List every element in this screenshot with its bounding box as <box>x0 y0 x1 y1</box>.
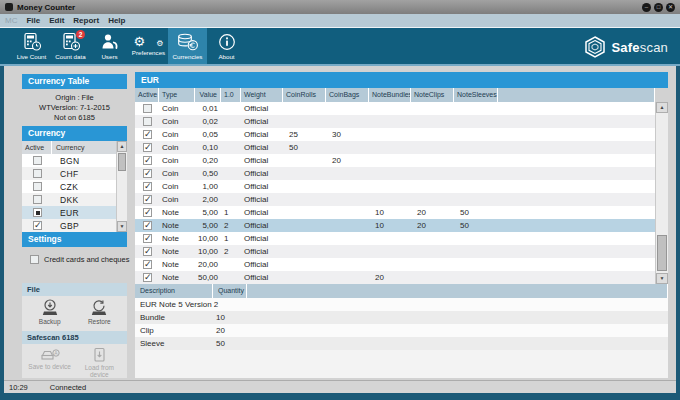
cell-type: Coin <box>159 182 195 191</box>
row-checkbox[interactable] <box>143 195 152 204</box>
row-checkbox[interactable] <box>143 169 152 178</box>
cell-value: 5,00 <box>195 221 221 230</box>
currency-row[interactable]: GBP <box>22 219 127 232</box>
currency-checkbox[interactable] <box>33 169 42 178</box>
cell-weight: Official <box>241 169 283 178</box>
row-checkbox[interactable] <box>143 208 152 217</box>
menu-item-file[interactable]: File <box>26 16 40 25</box>
eur-table-row[interactable]: Note10,002Official <box>135 245 655 258</box>
eur-panel-header: EUR <box>135 72 668 88</box>
scrollbar-thumb[interactable] <box>657 235 667 271</box>
cell-type: Note <box>159 273 195 282</box>
cell-weight: Official <box>241 182 283 191</box>
cell-active <box>135 104 159 113</box>
cell-type: Coin <box>159 130 195 139</box>
row-checkbox[interactable] <box>143 182 152 191</box>
currency-checkbox[interactable] <box>33 195 42 204</box>
scroll-up-icon[interactable]: ▲ <box>117 141 127 152</box>
currency-row[interactable]: CHF <box>22 167 127 180</box>
currency-checkbox[interactable] <box>33 156 42 165</box>
currency-checkbox[interactable] <box>33 208 42 217</box>
toolbar-button-count-data[interactable]: Count data 2 <box>51 28 90 64</box>
row-checkbox[interactable] <box>143 156 152 165</box>
eur-table-row[interactable]: Coin0,01Official <box>135 102 655 115</box>
credit-cards-checkbox[interactable] <box>30 255 39 264</box>
row-checkbox[interactable] <box>143 117 152 126</box>
eur-table-row[interactable]: Coin0,20Official20 <box>135 154 655 167</box>
row-checkbox[interactable] <box>143 221 152 230</box>
cell-ver: 1 <box>221 234 241 243</box>
backup-button[interactable]: Backup <box>28 299 72 325</box>
cell-value: 0,20 <box>195 156 221 165</box>
close-icon[interactable]: ✕ <box>666 3 675 12</box>
row-checkbox[interactable] <box>143 130 152 139</box>
restore-label: Restore <box>88 318 111 325</box>
eur-table-row[interactable]: Note50,00Official20 <box>135 271 655 284</box>
cell-value: 0,10 <box>195 143 221 152</box>
scrollbar-thumb[interactable] <box>118 153 126 171</box>
currency-row[interactable]: DKK <box>22 193 127 206</box>
save-to-device-button[interactable]: A Save to device <box>28 347 72 370</box>
credit-cards-label: Credit cards and cheques <box>44 255 129 264</box>
status-bar: 10:29 Connected <box>4 380 676 393</box>
toolbar-button-preferences[interactable]: ⚙⚙ Preferences <box>129 28 168 64</box>
title-bar: Money Counter – □ ✕ <box>0 0 680 14</box>
restore-button[interactable]: Restore <box>77 299 121 325</box>
row-checkbox[interactable] <box>143 143 152 152</box>
menu-item-report[interactable]: Report <box>73 16 99 25</box>
cell-type: Coin <box>159 156 195 165</box>
scroll-down-icon[interactable]: ▼ <box>117 221 127 232</box>
menu-item-help[interactable]: Help <box>108 16 125 25</box>
device-buttons: A Save to device Load from device <box>22 344 127 378</box>
row-checkbox[interactable] <box>143 260 152 269</box>
toolbar-button-currencies[interactable]: Currencies <box>168 28 207 64</box>
detail-title-row[interactable]: EUR Note 5 Version 2 <box>135 298 668 311</box>
currency-row[interactable]: CZK <box>22 180 127 193</box>
minimize-icon[interactable]: – <box>642 3 651 12</box>
status-time: 10:29 <box>4 383 28 392</box>
restore-icon <box>90 299 108 317</box>
toolbar-button-users[interactable]: Users <box>90 28 129 64</box>
eur-table-row[interactable]: Coin0,50Official <box>135 167 655 180</box>
cell-type: Note <box>159 260 195 269</box>
row-checkbox[interactable] <box>143 104 152 113</box>
row-checkbox[interactable] <box>143 247 152 256</box>
cell-ver: 2 <box>221 221 241 230</box>
eur-table-row[interactable]: Note5,002Official102050 <box>135 219 655 232</box>
detail-row[interactable]: Clip20 <box>135 324 668 337</box>
currency-table-header: Currency Table <box>22 74 127 89</box>
cell-notebundles: 10 <box>369 208 411 217</box>
currency-checkbox[interactable] <box>33 221 42 230</box>
maximize-icon[interactable]: □ <box>654 3 663 12</box>
cell-weight: Official <box>241 273 283 282</box>
eur-table-row[interactable]: Coin2,00Official <box>135 193 655 206</box>
eur-table-row[interactable]: Note20,00Official <box>135 258 655 271</box>
currency-list-scrollbar[interactable]: ▲ ▼ <box>116 141 127 232</box>
cell-noteclips: 20 <box>411 221 454 230</box>
cell-weight: Official <box>241 221 283 230</box>
eur-table-row[interactable]: Note5,001Official102050 <box>135 206 655 219</box>
toolbar-button-about[interactable]: About <box>207 28 246 64</box>
cell-type: Note <box>159 234 195 243</box>
row-checkbox[interactable] <box>143 234 152 243</box>
load-from-device-button[interactable]: Load from device <box>77 347 121 378</box>
currency-row[interactable]: EUR <box>22 206 127 219</box>
menu-item-edit[interactable]: Edit <box>49 16 64 25</box>
load-from-device-icon <box>92 347 107 363</box>
detail-row[interactable]: Sleeve50 <box>135 337 668 350</box>
scroll-down-icon[interactable]: ▼ <box>656 273 668 284</box>
eur-table-row[interactable]: Coin1,00Official <box>135 180 655 193</box>
detail-row[interactable]: Bundle10 <box>135 311 668 324</box>
scroll-up-icon[interactable]: ▲ <box>656 102 668 113</box>
toolbar-button-live-count[interactable]: Live Count <box>12 28 51 64</box>
currency-checkbox[interactable] <box>33 182 42 191</box>
cell-active <box>135 169 159 178</box>
cell-quantity: 20 <box>213 326 247 335</box>
currency-row[interactable]: BGN <box>22 154 127 167</box>
eur-table-row[interactable]: Note10,001Official <box>135 232 655 245</box>
eur-table-row[interactable]: Coin0,05Official2530 <box>135 128 655 141</box>
eur-table-row[interactable]: Coin0,02Official <box>135 115 655 128</box>
eur-table-scrollbar[interactable]: ▲ ▼ <box>655 102 668 284</box>
eur-table-row[interactable]: Coin0,10Official50 <box>135 141 655 154</box>
row-checkbox[interactable] <box>143 273 152 282</box>
